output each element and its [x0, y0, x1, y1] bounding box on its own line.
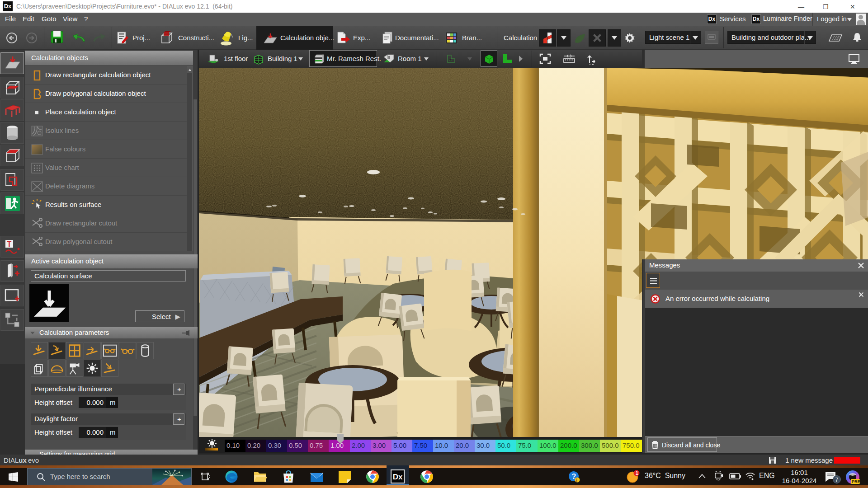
svg-text:7: 7 [835, 477, 839, 483]
svg-text:T: T [7, 240, 12, 248]
svg-text:i: i [576, 478, 578, 483]
svg-text:PRE: PRE [852, 479, 860, 484]
svg-text:1: 1 [636, 470, 638, 476]
